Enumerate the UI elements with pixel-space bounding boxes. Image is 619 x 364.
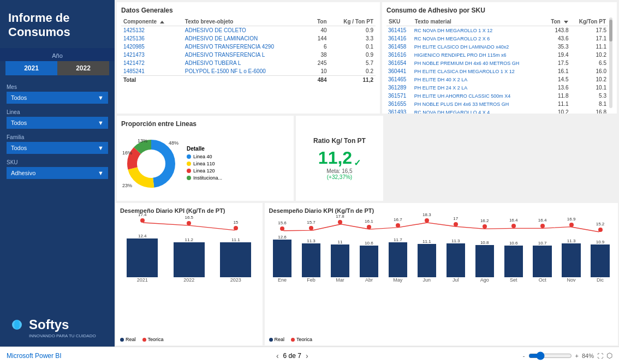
- bar-bottom-val-3: 10.6: [365, 241, 373, 246]
- linea-select[interactable]: Todos ▼: [7, 117, 108, 129]
- legend-real-m: Real: [269, 337, 285, 342]
- real-m-dot: [269, 338, 273, 342]
- bar-bottom-val-2: 11.1: [231, 237, 240, 242]
- bar-label: Nov: [558, 277, 585, 283]
- dg-ton: 245: [310, 59, 329, 67]
- linea110-label: Linea 110: [193, 161, 215, 166]
- linea-filter-group: Linea Todos ▼: [0, 106, 115, 131]
- linea120-dot: [187, 169, 191, 173]
- top-val-9: 16.4: [538, 218, 547, 223]
- main-content: Datos Generales Componente Texto breve-o…: [115, 0, 619, 347]
- bar-group-6: 11.3 17: [442, 217, 469, 277]
- donut-chart: 48% 23% 16% 13%: [121, 134, 181, 194]
- ca-col-sku: SKU: [386, 17, 413, 26]
- ca-kgton: 16.8: [570, 108, 609, 114]
- share-icon[interactable]: ⬡: [606, 351, 612, 360]
- year-2022-button[interactable]: 2022: [57, 61, 109, 75]
- linea40-label: Linea 40: [193, 154, 212, 159]
- fullscreen-icon[interactable]: ⛶: [597, 353, 603, 359]
- ca-texto: RC NOVA DH MEGAROLLO 2 X 6: [413, 34, 544, 43]
- datos-generales-table: Componente Texto breve-objeto Ton Kg / T…: [121, 17, 376, 84]
- ca-kgton: 11.1: [570, 43, 609, 51]
- top-val-6: 17: [453, 216, 458, 221]
- ca-table-row: 361465 PH ELITE DH 40 X 2 LA 14.5 10.2: [386, 75, 608, 83]
- content-area: Informe de Consumos Año 2021 2022 Mes To…: [0, 0, 619, 347]
- ca-sort-icon: [564, 21, 568, 23]
- bar-bottom-val-0: 12.4: [138, 234, 147, 238]
- legend-linea120: Linea 120: [187, 168, 222, 174]
- mes-value: Todos: [11, 94, 27, 101]
- bar-group-2: 11 17.8: [326, 217, 353, 277]
- dg-kgton: 5.7: [329, 59, 376, 67]
- ca-table-row: 361654 PH NOBLE PREMIUM DH 4x6 40 METROS…: [386, 59, 608, 67]
- year-2021-button[interactable]: 2021: [5, 61, 57, 75]
- kpi-monthly-panel: Desempeño Diario KPI (Kg/Tn de PT) 12.6 …: [265, 203, 618, 345]
- bar-7: [475, 245, 494, 277]
- ca-table-row: 361289 PH ELITE DH 24 X 2 LA 13.6 10.1: [386, 83, 608, 92]
- prev-page-button[interactable]: ‹: [276, 351, 279, 360]
- bar-3: [360, 246, 378, 277]
- pct-23: 23%: [122, 183, 132, 188]
- kpi-monthly-title: Desempeño Diario KPI (Kg/Tn de PT): [269, 207, 614, 214]
- ca-kgton: 17.5: [570, 26, 609, 35]
- teorica-label: Teorica: [148, 337, 164, 342]
- bar-label: Jun: [413, 277, 440, 283]
- ratio-pct: (+32,37%): [327, 174, 352, 180]
- datos-generales-panel: Datos Generales Componente Texto breve-o…: [117, 2, 380, 114]
- mes-filter-group: Mes Todos ▼: [0, 81, 115, 106]
- ca-table-row: 360441 PH ELITE CLASICA DH MEGAROLLO 1 X…: [386, 67, 608, 75]
- powerbi-link[interactable]: Microsoft Power BI: [7, 352, 62, 360]
- dg-componente: 1425132: [121, 26, 183, 35]
- ca-sku: 361465: [386, 75, 413, 83]
- zoom-slider[interactable]: [528, 351, 572, 360]
- real-m-label: Real: [275, 337, 285, 342]
- bar-label: Feb: [298, 277, 325, 283]
- bar-group-9: 10.7 16.4: [529, 217, 556, 277]
- bar-label: Dic: [587, 277, 614, 283]
- ca-table-row: 361655 PH NOBLE PLUS DH 4x6 33 METROS GH…: [386, 100, 608, 108]
- bar-9: [533, 246, 551, 277]
- sort-icon: [160, 21, 164, 23]
- teorica-dot: [142, 338, 146, 342]
- teorica-m-label: Teorica: [296, 337, 312, 342]
- bar-group-8: 10.6 16.4: [500, 217, 527, 277]
- ca-col-kgton: Kg/Ton PT: [570, 17, 609, 26]
- bar-bottom-val-9: 10.7: [538, 241, 547, 246]
- ca-ton: 143.8: [544, 26, 570, 35]
- ca-texto: PH ELITE DH 24 X 2 LA: [413, 83, 544, 92]
- bar-label: Oct: [529, 277, 556, 283]
- familia-select[interactable]: Todos ▼: [7, 142, 108, 154]
- next-page-button[interactable]: ›: [306, 351, 308, 360]
- line-dot-7: [483, 224, 487, 229]
- kpi-yearly-chart: 12.4 17.4 11.2 16.5 11.1 15: [120, 217, 258, 335]
- table-total-row: Total 484 11,2: [121, 76, 376, 85]
- top-val-2: 15: [233, 220, 238, 225]
- consumo-adhesivo-table: SKU Texto material Ton Kg/Ton PT 361415 …: [386, 17, 608, 114]
- bar-group-1: 11.2 16.5: [167, 217, 212, 277]
- pct-13: 13%: [138, 138, 147, 144]
- bar-label: Ene: [269, 277, 296, 283]
- ca-sku: 361458: [386, 43, 413, 51]
- ca-texto: PH ELITE CLASICO DH LAMINADO x40x2: [413, 43, 544, 51]
- ca-table-row: 361493 RC NOVA DH MEGAROLLO 4 X 4 10.2 1…: [386, 108, 608, 114]
- line-dot-10: [569, 223, 574, 227]
- bar-label: 2023: [213, 277, 258, 283]
- proporcion-title: Proporción entre Lineas: [121, 120, 289, 128]
- legend-teorica-m: Teorica: [291, 337, 312, 342]
- top-val-0: 15.6: [278, 220, 287, 225]
- ca-kgton: 10.1: [570, 83, 609, 92]
- ca-sku: 361416: [386, 34, 413, 43]
- zoom-plus[interactable]: +: [575, 353, 579, 359]
- sku-select[interactable]: Adhesivo ▼: [7, 167, 108, 179]
- ca-ton: 17.5: [544, 59, 570, 67]
- zoom-minus[interactable]: -: [523, 353, 525, 359]
- year-label: Año: [0, 48, 115, 61]
- bar-group-2: 11.1 15: [213, 217, 258, 277]
- bar-bottom-val-1: 11.3: [307, 238, 316, 243]
- datos-generales-title: Datos Generales: [121, 7, 376, 14]
- ca-texto: HIGIENICO RENDIPEL PRO DH 115m x6: [413, 51, 544, 59]
- ca-table-row: 361458 PH ELITE CLASICO DH LAMINADO x40x…: [386, 43, 608, 51]
- ca-kgton: 10.2: [570, 75, 609, 83]
- mes-select[interactable]: Todos ▼: [7, 92, 108, 104]
- top-val-0: 17.4: [138, 212, 147, 217]
